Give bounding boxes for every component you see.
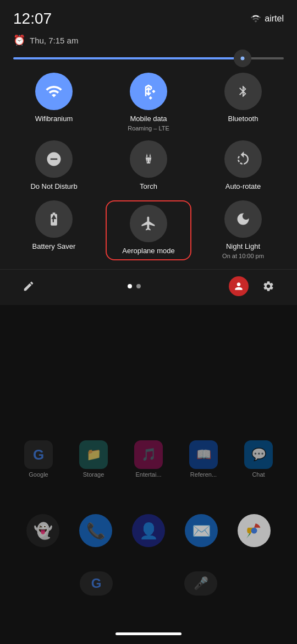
nav-bar: [116, 632, 182, 635]
tile-wifi[interactable]: Wifibranium: [11, 73, 97, 132]
google-icon: G: [24, 440, 53, 469]
tile-night-light[interactable]: Night Light On at 10:00 pm: [200, 200, 286, 260]
torch-label: Torch: [140, 182, 157, 192]
autorotate-label: Auto-rotate: [226, 182, 261, 192]
google-label: Google: [29, 471, 48, 478]
reference-icon: 📖: [189, 440, 218, 469]
wifi-label: Wifibranium: [35, 114, 73, 124]
app-chat[interactable]: 💬 Chat: [244, 440, 273, 478]
dot-2: [136, 284, 141, 288]
torch-icon: [130, 140, 167, 178]
tile-torch[interactable]: Torch: [106, 140, 191, 192]
dot-1: [128, 284, 132, 288]
bluetooth-icon: [224, 73, 262, 110]
signal-icon: [250, 13, 261, 24]
night-light-label: Night Light: [226, 242, 260, 252]
snapchat-icon[interactable]: 👻: [26, 514, 59, 547]
wifi-icon: [35, 73, 73, 110]
qs-bottom-bar: [0, 269, 297, 305]
tiles-grid: Wifibranium Mobile data Roaming – LTE: [0, 68, 297, 269]
chrome-icon[interactable]: [238, 514, 271, 547]
status-right: airtel: [250, 13, 284, 24]
mobile-data-label: Mobile data: [130, 114, 167, 124]
settings-button[interactable]: [257, 275, 279, 297]
mobile-data-sublabel: Roaming – LTE: [128, 125, 169, 132]
tile-dnd[interactable]: Do Not Disturb: [11, 140, 97, 192]
tile-battery-saver[interactable]: Battery Saver: [11, 200, 97, 260]
tile-mobile-data[interactable]: Mobile data Roaming – LTE: [106, 73, 191, 132]
bluetooth-label: Bluetooth: [228, 114, 258, 124]
entertainment-label: Entertai...: [135, 471, 161, 478]
status-time: 12:07: [13, 10, 52, 28]
brightness-track[interactable]: [13, 57, 284, 59]
app-reference[interactable]: 📖 Referen...: [189, 440, 218, 478]
google-search-pill[interactable]: G: [80, 571, 113, 596]
app-storage[interactable]: 📁 Storage: [79, 440, 108, 478]
contacts-icon[interactable]: 👤: [132, 514, 165, 547]
tile-autorotate[interactable]: Auto-rotate: [200, 140, 286, 192]
app-row-1: G Google 📁 Storage 🎵 Entertai... 📖 Refer…: [0, 435, 297, 483]
tile-bluetooth[interactable]: Bluetooth: [200, 73, 286, 132]
dnd-icon: [35, 140, 73, 178]
entertainment-icon: 🎵: [134, 440, 163, 469]
assistant-pill[interactable]: 🎤: [184, 571, 217, 596]
brightness-sun-icon: [234, 50, 251, 67]
phone-icon[interactable]: 📞: [79, 514, 112, 547]
battery-saver-label: Battery Saver: [32, 242, 76, 252]
carrier-name: airtel: [265, 14, 284, 24]
chat-label: Chat: [252, 471, 265, 478]
brightness-row: [0, 53, 297, 68]
reference-label: Referen...: [190, 471, 217, 478]
svg-rect-2: [147, 157, 150, 159]
battery-saver-icon: [35, 200, 73, 238]
messages-icon[interactable]: ✉️: [185, 514, 218, 547]
notif-text: Thu, 7:15 am: [30, 36, 78, 45]
autorotate-icon: [224, 140, 262, 178]
app-entertainment[interactable]: 🎵 Entertai...: [134, 440, 163, 478]
page-dots: [128, 284, 141, 288]
search-bar: G 🎤: [0, 567, 297, 600]
storage-label: Storage: [83, 471, 105, 478]
edit-button[interactable]: [18, 275, 40, 297]
tile-aeroplane[interactable]: Aeroplane mode: [106, 200, 191, 260]
night-light-sublabel: On at 10:00 pm: [222, 253, 264, 259]
storage-icon: 📁: [79, 440, 108, 469]
user-avatar[interactable]: [229, 276, 249, 296]
chat-icon: 💬: [244, 440, 273, 469]
dnd-label: Do Not Disturb: [30, 182, 77, 192]
night-light-icon: [224, 200, 262, 238]
app-google[interactable]: G Google: [24, 440, 53, 478]
alarm-icon: ⏰: [13, 34, 25, 46]
qs-panel: 12:07 airtel ⏰ Thu, 7:15 am: [0, 0, 297, 305]
mobile-data-icon: [130, 73, 167, 110]
home-screen: G Google 📁 Storage 🎵 Entertai... 📖 Refer…: [0, 435, 297, 600]
aeroplane-label: Aeroplane mode: [122, 247, 174, 256]
status-bar: 12:07 airtel: [0, 0, 297, 32]
dock-row: 👻 📞 👤 ✉️: [0, 505, 297, 556]
aeroplane-icon: [130, 205, 167, 242]
notif-left: ⏰ Thu, 7:15 am: [13, 34, 78, 46]
notif-bar: ⏰ Thu, 7:15 am: [0, 32, 297, 53]
